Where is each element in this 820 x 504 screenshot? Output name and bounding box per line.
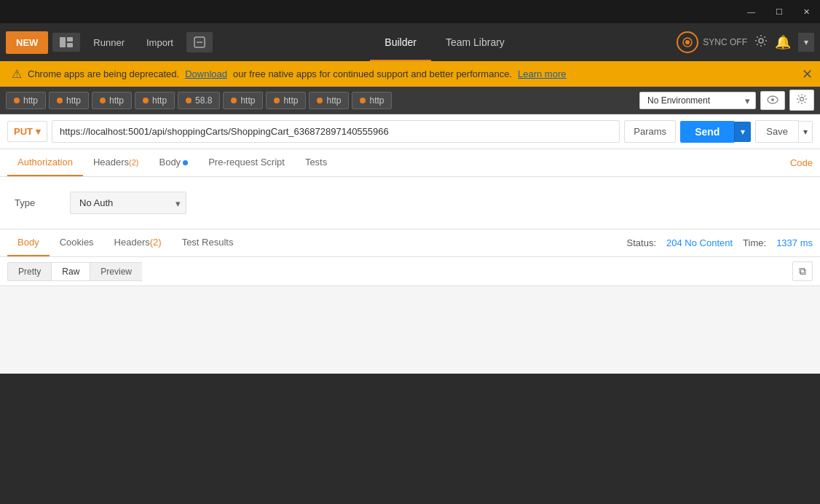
tab-team-library[interactable]: Team Library [431,23,519,61]
save-button[interactable]: Save [755,120,799,143]
resp-tab-cookies[interactable]: Cookies [50,229,104,256]
new-button[interactable]: NEW [6,31,48,54]
svg-rect-0 [60,37,66,47]
type-row: Type No Auth Bearer Token Basic Auth API… [15,192,805,214]
request-tab-1[interactable]: http [49,92,89,109]
layout-icon-button[interactable] [52,33,80,52]
response-body [0,286,820,374]
environment-area: No Environment [639,90,814,111]
banner-rest: our free native apps for continued suppo… [233,68,512,79]
tab-headers[interactable]: Headers(2) [83,149,149,176]
request-tab-3[interactable]: http [135,92,175,109]
resp-tab-headers[interactable]: Headers(2) [104,229,172,256]
tab-authorization[interactable]: Authorization [7,149,83,176]
method-dropdown-icon: ▾ [36,126,41,137]
svg-point-9 [771,98,774,101]
method-select-wrap: PUT ▾ [7,121,47,142]
type-select-wrap: No Auth Bearer Token Basic Auth API Key … [70,192,186,214]
request-tab-0[interactable]: http [6,92,46,109]
menu-dropdown-button[interactable]: ▾ [798,33,814,52]
banner-text: Chrome apps are being deprecated. [28,68,179,79]
title-bar: — ☐ ✕ [0,0,820,23]
svg-rect-1 [67,37,73,42]
warning-icon: ⚠ [12,67,22,81]
svg-point-6 [685,40,690,44]
bell-button[interactable]: 🔔 [775,34,791,50]
tab-tests[interactable]: Tests [295,149,337,176]
main-toolbar: NEW Runner Import Builder Team Library S… [0,23,820,61]
url-input[interactable] [52,120,620,143]
request-tab-6[interactable]: http [266,92,306,109]
code-link[interactable]: Code [790,157,813,168]
save-dropdown-button[interactable]: ▾ [799,121,813,143]
svg-point-10 [800,98,804,101]
body-view-raw[interactable]: Raw [51,262,90,281]
deprecation-banner: ⚠ Chrome apps are being deprecated. Down… [0,61,820,87]
toolbar-right: SYNC OFF 🔔 ▾ [677,31,814,53]
response-section: Body Cookies Headers(2) Test Results Sta… [0,229,820,374]
environment-select-wrap: No Environment [639,92,756,109]
sync-label: SYNC OFF [703,37,747,47]
send-button[interactable]: Send [680,121,734,143]
body-view-pretty[interactable]: Pretty [7,262,51,281]
send-dropdown-button[interactable]: ▾ [734,122,751,142]
time-label: Time: [743,237,766,248]
status-value: 204 No Content [666,237,733,248]
request-section-tabs: Authorization Headers(2) Body Pre-reques… [0,149,820,177]
time-value: 1337 ms [776,237,813,248]
resp-tab-test-results[interactable]: Test Results [172,229,244,256]
maximize-button[interactable]: ☐ [771,6,787,18]
banner-close-button[interactable]: ✕ [802,66,813,82]
import-button[interactable]: Import [138,33,182,52]
tab-pre-request[interactable]: Pre-request Script [198,149,295,176]
params-button[interactable]: Params [624,120,676,143]
tab-body[interactable]: Body [149,149,198,176]
download-link[interactable]: Download [185,68,227,79]
body-view-preview[interactable]: Preview [90,262,142,281]
environment-select[interactable]: No Environment [639,92,756,109]
auth-section: Type No Auth Bearer Token Basic Auth API… [0,177,820,229]
sync-area: SYNC OFF [677,31,747,53]
nav-tabs: Builder Team Library [217,23,673,61]
request-tab-4[interactable]: 58.8 [178,92,220,109]
copy-button[interactable]: ⧉ [792,261,813,281]
method-button[interactable]: PUT ▾ [7,121,47,142]
resp-tab-body[interactable]: Body [7,229,50,256]
sync-icon [677,31,698,53]
svg-point-7 [759,39,763,43]
learn-more-link[interactable]: Learn more [518,68,566,79]
status-area: Status: 204 No Content Time: 1337 ms [627,237,813,248]
minimize-button[interactable]: — [743,6,760,17]
close-button[interactable]: ✕ [799,6,814,18]
new-tab-button[interactable] [186,32,213,52]
type-label: Type [15,197,58,208]
request-bar: PUT ▾ Params Send ▾ Save ▾ [0,114,820,149]
send-button-wrap: Send ▾ [680,121,751,143]
request-tab-5[interactable]: http [223,92,263,109]
tab-builder[interactable]: Builder [370,23,431,61]
request-tab-2[interactable]: http [92,92,132,109]
auth-type-select[interactable]: No Auth Bearer Token Basic Auth API Key … [70,192,186,214]
request-tab-8[interactable]: http [352,92,392,109]
runner-button[interactable]: Runner [84,33,133,52]
save-button-wrap: Save ▾ [755,120,813,143]
status-label: Status: [627,237,656,248]
body-view-tabs: Pretty Raw Preview ⧉ [0,257,820,286]
request-tab-7[interactable]: http [309,92,349,109]
response-tabs: Body Cookies Headers(2) Test Results Sta… [0,229,820,257]
eye-button[interactable] [760,91,785,110]
svg-rect-2 [67,43,73,47]
settings-button[interactable] [754,34,768,50]
gear-button[interactable] [789,90,814,111]
request-tab-bar: http http http http 58.8 http http http … [0,87,820,114]
method-label: PUT [14,126,33,137]
